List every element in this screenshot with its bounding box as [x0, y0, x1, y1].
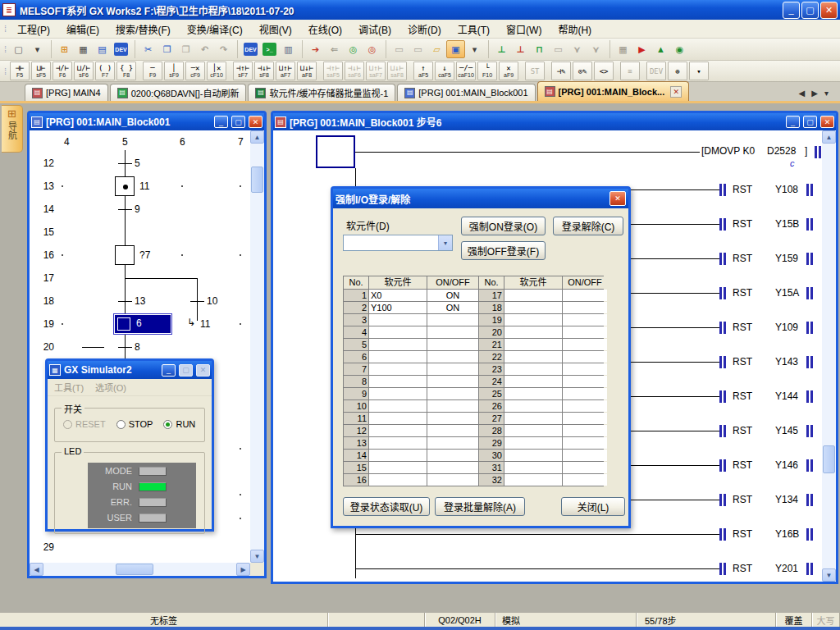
force-off-button[interactable]: 强制OFF登录(F) — [461, 241, 546, 260]
sfc-step[interactable] — [115, 245, 135, 265]
device-cell[interactable] — [369, 450, 427, 461]
onoff-cell[interactable] — [563, 400, 607, 412]
device-cell[interactable] — [369, 376, 427, 387]
ladder-symbol-button[interactable]: ⊔↑⊢ saF7 — [366, 62, 386, 80]
device-cell[interactable] — [369, 326, 427, 338]
toolbar-icon[interactable]: ◉ — [670, 40, 689, 58]
switch-radio[interactable]: RUN — [163, 419, 195, 429]
dialog-close-button[interactable]: ✕ — [609, 191, 626, 206]
ladder-symbol-button[interactable]: │ sF9 — [164, 62, 184, 80]
toolbar-icon[interactable]: ⋎ — [587, 40, 605, 58]
device-cell[interactable] — [504, 363, 562, 375]
toolbar-icon[interactable]: ▤ — [93, 40, 112, 58]
menu-item[interactable]: 工程(P) — [9, 21, 58, 38]
device-cell[interactable] — [369, 314, 427, 326]
toolbar-icon[interactable]: ▢ — [9, 40, 28, 58]
tab-scroll-left-icon[interactable]: ◀ — [799, 89, 806, 98]
scroll-right-icon[interactable]: ▶ — [236, 563, 250, 576]
ladder-symbol-button[interactable]: ⊔↓⊢ saF8 — [387, 62, 407, 80]
sfc-minimize-button[interactable]: _ — [214, 116, 228, 128]
ladder-rst-rung[interactable]: RST Y16B — [273, 526, 822, 544]
menu-item[interactable]: 帮助(H) — [550, 21, 600, 38]
ladder-maximize-button[interactable]: ▢ — [803, 116, 817, 128]
device-cell[interactable] — [369, 400, 427, 412]
ladder-symbol-button[interactable]: ⊔/⊢ sF6 — [74, 62, 94, 80]
simulator-titlebar[interactable]: ▦ GX Simulator2 _ ▢ ✕ — [48, 361, 212, 379]
sfc-vertical-scrollbar[interactable]: ▲ ▼ — [250, 130, 264, 563]
onoff-cell[interactable] — [563, 450, 607, 461]
toolbar-icon[interactable]: ▭ — [386, 40, 409, 58]
menu-item[interactable]: 搜索/替换(F) — [107, 21, 179, 38]
onoff-cell[interactable] — [427, 351, 478, 363]
document-tab[interactable]: ▤ 软元件/缓冲存储器批量监视-1 ✕ — [248, 84, 395, 101]
document-tab[interactable]: ▤ [PRG] 001:MAIN_Block001 ✕ — [397, 84, 535, 101]
maximize-button[interactable]: ▢ — [801, 2, 819, 19]
onoff-cell[interactable] — [563, 314, 607, 326]
ladder-symbol-button[interactable]: ↑ aF5 — [413, 62, 433, 80]
toolbar-icon[interactable]: DEV — [112, 40, 130, 58]
toolbar-icon[interactable]: ▣ — [446, 40, 465, 58]
toolbar-icon[interactable]: ⊥ — [488, 40, 511, 58]
device-cell[interactable] — [369, 339, 427, 350]
document-tab[interactable]: ▤ 0200:Q68DAVN[]-自动刷新 ✕ — [110, 84, 247, 101]
toolbar-icon[interactable]: ✂ — [135, 40, 158, 58]
toolbar-icon[interactable]: ❐ — [158, 40, 176, 58]
onoff-cell[interactable] — [427, 314, 478, 326]
device-cell[interactable] — [504, 302, 562, 313]
onoff-cell[interactable] — [427, 437, 478, 449]
toolbar-icon[interactable]: ▦ — [74, 40, 93, 58]
ladder-symbol-button[interactable]: <> — [594, 62, 614, 80]
onoff-cell[interactable] — [427, 388, 478, 399]
onoff-cell[interactable] — [563, 351, 607, 363]
toolbar-icon[interactable]: ⇐ — [325, 40, 344, 58]
toolbar-icon[interactable]: ▭ — [549, 40, 568, 58]
device-cell[interactable] — [504, 462, 562, 473]
toolbar-icon[interactable]: ⊥ — [511, 40, 530, 58]
tab-list-dropdown-icon[interactable]: ▾ — [824, 89, 829, 98]
menu-item[interactable]: 编辑(E) — [58, 21, 107, 38]
ladder-close-button[interactable]: ✕ — [820, 116, 834, 128]
ladder-symbol-button[interactable]: ⊔⊢ sF5 — [31, 62, 51, 80]
menu-item[interactable]: 视图(V) — [251, 21, 300, 38]
onoff-cell[interactable]: ON — [427, 290, 478, 301]
onoff-cell[interactable] — [563, 326, 607, 338]
tab-close-icon[interactable]: ✕ — [670, 86, 682, 98]
dialog-titlebar[interactable]: 强制I/O登录/解除 ✕ — [333, 189, 628, 208]
tab-scroll-right-icon[interactable]: ▶ — [811, 89, 818, 98]
scroll-up-icon[interactable]: ▲ — [822, 130, 836, 144]
toolbar-icon[interactable]: ▥ — [279, 40, 298, 58]
device-cell[interactable] — [369, 425, 427, 436]
scroll-left-icon[interactable]: ◀ — [30, 563, 43, 576]
sfc-selected-step[interactable]: 6 — [113, 313, 172, 335]
sfc-window-titlebar[interactable]: ▤ [PRG] 001:MAIN_Block001 _ ▢ ✕ — [30, 113, 264, 130]
scroll-thumb[interactable] — [823, 445, 835, 473]
device-cell[interactable] — [504, 388, 562, 399]
ladder-symbol-button[interactable]: ─ F9 — [143, 62, 162, 80]
device-cell[interactable] — [504, 290, 562, 301]
device-cell[interactable]: X0 — [369, 290, 427, 301]
simulator-menu-item[interactable]: 选项(O) — [95, 381, 126, 394]
ladder-symbol-button[interactable]: ⊣/⊢ F6 — [52, 62, 72, 80]
device-combobox[interactable]: ▾ — [343, 235, 453, 251]
device-cell[interactable] — [504, 339, 562, 350]
simulator-minimize-button[interactable]: _ — [162, 364, 176, 377]
device-cell[interactable]: Y100 — [369, 302, 427, 313]
onoff-cell[interactable] — [563, 363, 607, 375]
device-cell[interactable] — [369, 351, 427, 363]
device-cell[interactable] — [504, 326, 562, 338]
ladder-symbol-button[interactable]: └ F10 — [477, 62, 497, 80]
ladder-symbol-button[interactable]: ⊔↓⊢ aF8 — [297, 62, 317, 80]
onoff-cell[interactable] — [563, 437, 607, 449]
ladder-symbol-button[interactable]: ▾ — [689, 62, 709, 80]
toolbar-icon[interactable]: ◎ — [344, 40, 363, 58]
ladder-symbol-button[interactable]: ≡ — [620, 62, 640, 80]
onoff-cell[interactable] — [563, 413, 607, 424]
ladder-minimize-button[interactable]: _ — [786, 116, 800, 128]
onoff-cell[interactable] — [427, 413, 478, 424]
onoff-cell[interactable] — [563, 388, 607, 399]
onoff-cell[interactable] — [563, 462, 607, 473]
onoff-cell[interactable] — [427, 326, 478, 338]
ladder-symbol-button[interactable]: ⊣↓⊢ saF6 — [345, 62, 364, 80]
ladder-symbol-button[interactable]: ⊣↑⊢ sF7 — [233, 62, 253, 80]
ladder-symbol-button[interactable]: ─✕ cF9 — [185, 62, 205, 80]
